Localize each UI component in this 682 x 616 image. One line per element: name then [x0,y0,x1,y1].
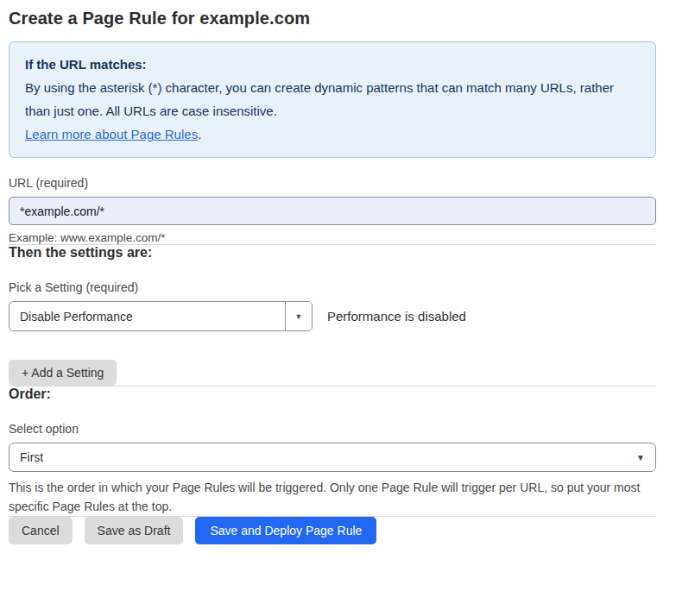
settings-section-heading: Then the settings are: [9,245,656,261]
footer-actions: Cancel Save as Draft Save and Deploy Pag… [9,517,656,544]
order-select-value: First [20,450,636,464]
setting-select-value: Disable Performance [9,310,285,324]
url-label: URL (required) [9,176,656,190]
order-select-label: Select option [9,422,656,436]
setting-status-text: Performance is disabled [327,309,466,324]
url-match-info-box: If the URL matches: By using the asteris… [9,41,656,158]
setting-row: Disable Performance ▼ Performance is dis… [9,301,656,331]
url-example-helper: Example: www.example.com/* [9,231,656,244]
cancel-button[interactable]: Cancel [9,517,73,544]
learn-more-link[interactable]: Learn more about Page Rules [25,127,198,141]
chevron-down-icon: ▼ [636,453,645,462]
save-draft-button[interactable]: Save as Draft [85,517,184,544]
chevron-down-icon[interactable]: ▼ [285,302,312,330]
add-setting-button[interactable]: + Add a Setting [9,360,117,386]
info-box-heading: If the URL matches: [25,53,640,76]
order-select[interactable]: First ▼ [9,443,656,472]
setting-select[interactable]: Disable Performance ▼ [9,301,313,331]
info-box-link-line: Learn more about Page Rules. [25,123,640,146]
create-page-rule-form: Create a Page Rule for example.com If th… [9,0,656,544]
link-suffix: . [198,127,201,141]
page-title: Create a Page Rule for example.com [9,9,656,28]
order-helper-text: This is the order in which your Page Rul… [9,478,656,516]
info-box-body: By using the asterisk (*) character, you… [25,76,640,123]
save-deploy-button[interactable]: Save and Deploy Page Rule [195,517,376,544]
order-section-heading: Order: [9,387,656,402]
pick-setting-label: Pick a Setting (required) [9,280,656,294]
url-input[interactable] [9,197,656,225]
